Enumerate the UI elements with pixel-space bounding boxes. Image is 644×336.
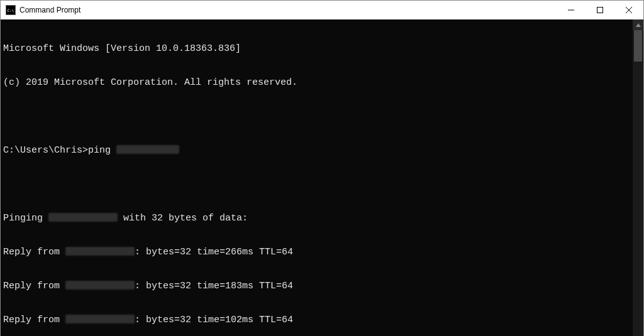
svg-rect-1 [597,8,603,13]
prompt: C:\Users\Chris> [3,145,88,156]
reply-line-2: Reply from : bytes=32 time=183ms TTL=64 [3,281,633,292]
redacted-ip [48,213,118,222]
vertical-scrollbar[interactable] [633,19,643,336]
close-button[interactable] [614,1,643,19]
command-line: C:\Users\Chris>ping [3,145,633,156]
banner-line-1: Microsoft Windows [Version 10.0.18363.83… [3,43,633,55]
maximize-button[interactable] [586,1,614,19]
banner-line-2: (c) 2019 Microsoft Corporation. All righ… [3,77,633,89]
blank-line [3,179,633,190]
titlebar[interactable]: Command Prompt [1,1,643,19]
command-prompt-window: Command Prompt Microsoft Windows [Versio… [0,0,644,336]
blank-line [3,111,633,122]
window-title: Command Prompt [19,6,557,14]
redacted-ip [65,247,135,256]
command-text: ping [88,145,116,156]
reply-line-3: Reply from : bytes=32 time=102ms TTL=64 [3,315,633,326]
terminal-wrap: Microsoft Windows [Version 10.0.18363.83… [1,19,643,336]
scrollbar-thumb[interactable] [634,30,642,62]
redacted-ip [65,315,135,323]
minimize-button[interactable] [557,1,586,19]
redacted-ip [116,145,179,154]
cmd-icon [6,5,16,15]
reply-line-1: Reply from : bytes=32 time=266ms TTL=64 [3,247,633,258]
terminal-output[interactable]: Microsoft Windows [Version 10.0.18363.83… [1,19,633,336]
scroll-up-button[interactable] [633,19,643,30]
redacted-ip [65,281,135,290]
pinging-line: Pinging with 32 bytes of data: [3,213,633,224]
window-controls [557,1,643,19]
scrollbar-track[interactable] [633,30,643,336]
